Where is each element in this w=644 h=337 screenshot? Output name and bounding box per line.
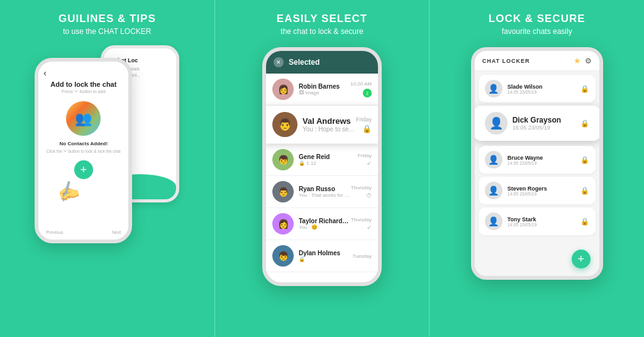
s3-topbar: CHAT LOCKER ★ ⚙ bbox=[475, 51, 599, 71]
s3-item-steven[interactable]: 👤 Steven Rogers 14:05 23/05/19 🔒 bbox=[479, 177, 596, 204]
name-steven: Steven Rogers bbox=[508, 185, 580, 192]
chat-preview-val: You : Hope to see you next Satur... bbox=[303, 126, 356, 133]
prev-label[interactable]: Previous bbox=[46, 230, 63, 235]
tick-gene: ✓ bbox=[367, 160, 372, 167]
lock-tony: 🔒 bbox=[580, 218, 589, 226]
s3-item-tony[interactable]: 👤 Tony Stark 14:05 23/05/19 🔒 bbox=[479, 207, 596, 235]
section3-subtitle: favourite chats easily bbox=[489, 27, 586, 36]
avatar-gene: 👦 bbox=[272, 149, 294, 170]
s3-item-slade[interactable]: 👤 Slade Wilson 14:05 23/05/19 🔒 bbox=[479, 75, 596, 102]
chat-item-dylan[interactable]: 👦 Dylan Holmes 🔒 Tuesday bbox=[266, 240, 378, 272]
chat-info-ryan: Ryan Russo You : That works for me. bbox=[299, 185, 351, 198]
lock-dick: 🔒 bbox=[580, 119, 589, 128]
section2-subtitle: the chat to lock & secure bbox=[277, 27, 367, 36]
chat-preview-gene: 🔒 1:12 bbox=[299, 160, 358, 166]
chat-meta-dylan: Tuesday bbox=[353, 253, 372, 259]
name-tony: Tony Stark bbox=[508, 216, 580, 223]
time-bruce: 14:05 23/05/19 bbox=[508, 161, 580, 165]
next-label[interactable]: Next bbox=[112, 230, 121, 235]
s3-add-fab[interactable]: + bbox=[572, 250, 591, 268]
section1-subtitle: to use the CHAT LOCKER bbox=[58, 27, 156, 36]
phone-footer: Previous Next bbox=[38, 230, 128, 235]
back-arrow[interactable]: ‹ bbox=[43, 68, 47, 78]
add-fab[interactable]: + bbox=[74, 160, 93, 179]
chat-meta-ryan: Thursday ⏱ bbox=[351, 185, 372, 199]
chat-preview-dylan: 🔒 bbox=[299, 257, 353, 262]
chat-info-robin: Robin Barnes 🖼 Image bbox=[299, 83, 350, 96]
chat-preview-taylor: You : 😊 bbox=[299, 224, 351, 230]
close-button[interactable]: ✕ bbox=[274, 57, 284, 67]
avatar-dylan: 👦 bbox=[272, 245, 294, 267]
chat-info-dylan: Dylan Holmes 🔒 bbox=[299, 250, 353, 262]
avatar-dick: 👤 bbox=[485, 112, 508, 135]
s3-contact-list: 👤 Slade Wilson 14:05 23/05/19 🔒 👤 Dick G… bbox=[475, 71, 599, 242]
lock-bruce: 🔒 bbox=[580, 156, 589, 164]
section1-phones: e Chat Loc n might be avails a or in ins… bbox=[35, 45, 179, 253]
s2-app-header: ✕ Selected bbox=[266, 51, 378, 74]
chat-info-gene: Gene Reid 🔒 1:12 bbox=[299, 153, 358, 166]
avatar-bruce: 👤 bbox=[485, 151, 502, 168]
chat-time-gene: Friday bbox=[358, 153, 372, 158]
name-slade: Slade Wilson bbox=[508, 84, 580, 90]
chat-item-val[interactable]: 👨 Val Andrews You : Hope to see you next… bbox=[264, 106, 380, 144]
time-tony: 14:05 23/05/19 bbox=[508, 223, 580, 227]
chat-info-taylor: Taylor Richardson You : 😊 bbox=[299, 218, 351, 230]
chat-info-val: Val Andrews You : Hope to see you next S… bbox=[303, 116, 356, 133]
chat-item-robin[interactable]: 👩 Robin Barnes 🖼 Image 10:20 AM 2 bbox=[266, 74, 378, 106]
info-bruce: Bruce Wayne 14:05 23/05/19 bbox=[508, 155, 580, 165]
gear-icon[interactable]: ⚙ bbox=[585, 57, 592, 65]
section-lock-secure: LOCK & SECURE favourite chats easily CHA… bbox=[430, 0, 644, 337]
selected-label: Selected bbox=[289, 58, 319, 67]
no-contacts-label: No Contacts Added! bbox=[60, 141, 108, 146]
name-bruce: Bruce Wayne bbox=[508, 155, 580, 161]
lock-slade: 🔒 bbox=[580, 85, 589, 93]
chat-name-dylan: Dylan Holmes bbox=[299, 250, 353, 257]
info-dick: Dick Grayson 16:05 23/05/19 bbox=[513, 116, 580, 131]
avatar-taylor: 👩 bbox=[272, 213, 294, 235]
s3-action-icons: ★ ⚙ bbox=[574, 56, 592, 65]
phone-main: ‹ Add to lock the chat Press '+' button … bbox=[35, 58, 132, 243]
avatar-ryan: 👨 bbox=[272, 181, 294, 202]
chat-time-taylor: Thursday bbox=[351, 217, 372, 223]
section1-header: GUILINES & TIPS to use the CHAT LOCKER bbox=[52, 0, 162, 42]
section-select: EASILY SELECT the chat to lock & secure … bbox=[214, 0, 430, 337]
chat-item-gene[interactable]: 👦 Gene Reid 🔒 1:12 Friday ✓ bbox=[266, 144, 378, 176]
chat-name-gene: Gene Reid bbox=[299, 153, 358, 160]
chat-meta-gene: Friday ✓ bbox=[358, 153, 372, 167]
chat-name-taylor: Taylor Richardson bbox=[299, 218, 351, 224]
phone-locker: CHAT LOCKER ★ ⚙ 👤 Slade Wilson 14:05 23/… bbox=[471, 47, 603, 280]
avatar-group: 👥 bbox=[66, 101, 101, 136]
chat-badge-robin: 2 bbox=[363, 89, 372, 97]
chat-time-robin: 10:20 AM bbox=[350, 81, 372, 87]
star-icon[interactable]: ★ bbox=[574, 56, 581, 65]
lock-steven: 🔒 bbox=[580, 187, 589, 195]
chat-time-dylan: Tuesday bbox=[353, 253, 372, 259]
section-guidelines: GUILINES & TIPS to use the CHAT LOCKER e… bbox=[0, 0, 214, 337]
s3-item-bruce[interactable]: 👤 Bruce Wayne 14:05 23/05/19 🔒 bbox=[479, 146, 596, 174]
chat-meta-robin: 10:20 AM 2 bbox=[350, 81, 372, 97]
avatar-slade: 👤 bbox=[485, 80, 502, 97]
phone-select: ✕ Selected 👩 Robin Barnes 🖼 Image 10:20 … bbox=[262, 47, 382, 286]
time-steven: 14:05 23/05/19 bbox=[508, 192, 580, 196]
chat-item-ryan[interactable]: 👨 Ryan Russo You : That works for me. Th… bbox=[266, 176, 378, 208]
chat-item-taylor[interactable]: 👩 Taylor Richardson You : 😊 Thursday ✓ bbox=[266, 208, 378, 240]
lock-icon-val: 🔒 bbox=[362, 124, 372, 133]
chat-time-val: Friday bbox=[356, 116, 372, 123]
chat-meta-val: Friday 🔒 bbox=[356, 116, 372, 133]
s3-item-dick[interactable]: 👤 Dick Grayson 16:05 23/05/19 🔒 bbox=[474, 106, 601, 141]
phone-main-subtitle-hint: Press '+' button to add bbox=[62, 89, 105, 94]
chat-meta-taylor: Thursday ✓ bbox=[351, 217, 372, 231]
avatar-steven: 👤 bbox=[485, 182, 502, 199]
chat-list: 👩 Robin Barnes 🖼 Image 10:20 AM 2 👨 Val … bbox=[266, 74, 378, 272]
clock-ryan: ⏱ bbox=[366, 192, 372, 199]
section1-title: GUILINES & TIPS bbox=[58, 13, 156, 25]
phone-main-screen: ‹ Add to lock the chat Press '+' button … bbox=[38, 62, 128, 240]
phone-main-title: Add to lock the chat bbox=[50, 80, 116, 88]
tick-taylor: ✓ bbox=[367, 224, 372, 231]
time-dick: 16:05 23/05/19 bbox=[513, 124, 580, 131]
time-slade: 14:05 23/05/19 bbox=[508, 90, 580, 94]
chat-preview-ryan: You : That works for me. bbox=[299, 192, 351, 198]
section2-title: EASILY SELECT bbox=[277, 13, 367, 25]
chat-preview-robin: 🖼 Image bbox=[299, 90, 350, 96]
avatar-robin: 👩 bbox=[272, 79, 294, 100]
